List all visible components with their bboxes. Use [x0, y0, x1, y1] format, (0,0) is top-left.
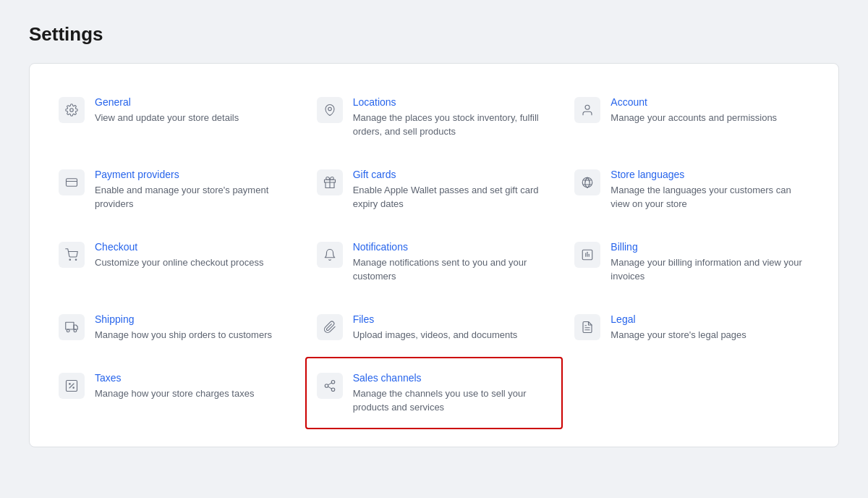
item-desc-locations: Manage the places you stock inventory, f…	[353, 111, 552, 139]
svg-point-11	[75, 259, 77, 261]
item-title-general: General	[95, 96, 239, 109]
item-title-notifications: Notifications	[353, 240, 552, 253]
item-desc-shipping: Manage how you ship orders to customers	[95, 329, 272, 342]
item-desc-sales-channels: Manage the channels you use to sell your…	[353, 387, 552, 415]
svg-point-9	[583, 177, 593, 187]
svg-point-1	[328, 107, 331, 111]
item-content-gift-cards: Gift cards Enable Apple Wallet passes an…	[353, 168, 552, 211]
settings-item-billing[interactable]: Billing Manage your billing information …	[563, 226, 821, 298]
svg-point-19	[74, 329, 77, 332]
gear-icon	[59, 97, 85, 123]
svg-point-18	[67, 329, 69, 332]
item-title-store-languages: Store languages	[610, 168, 809, 181]
item-desc-notifications: Manage notifications sent to you and you…	[353, 256, 552, 284]
item-content-files: Files Upload images, videos, and documen…	[353, 313, 518, 342]
svg-point-25	[73, 387, 75, 389]
item-title-checkout: Checkout	[95, 240, 263, 253]
item-title-billing: Billing	[610, 240, 809, 253]
legal-icon	[574, 314, 600, 340]
svg-point-24	[69, 383, 71, 384]
svg-marker-17	[74, 325, 77, 329]
item-desc-store-languages: Manage the languages your customers can …	[610, 184, 809, 211]
gift-icon	[317, 169, 343, 195]
svg-rect-16	[66, 322, 74, 329]
payment-icon	[59, 169, 85, 195]
item-content-account: Account Manage your accounts and permiss…	[610, 96, 777, 125]
item-desc-gift-cards: Enable Apple Wallet passes and set gift …	[353, 184, 552, 211]
item-title-gift-cards: Gift cards	[353, 168, 552, 181]
item-desc-taxes: Manage how your store charges taxes	[95, 387, 254, 401]
item-title-shipping: Shipping	[95, 313, 272, 326]
svg-point-27	[325, 384, 328, 387]
item-content-notifications: Notifications Manage notifications sent …	[353, 240, 552, 284]
item-title-files: Files	[353, 313, 518, 326]
settings-item-account[interactable]: Account Manage your accounts and permiss…	[563, 81, 821, 153]
svg-point-2	[585, 105, 590, 109]
svg-line-29	[328, 387, 331, 389]
settings-item-store-languages[interactable]: Store languages Manage the languages you…	[563, 153, 821, 226]
item-desc-legal: Manage your store's legal pages	[610, 329, 746, 342]
svg-point-26	[331, 380, 335, 384]
settings-grid: General View and update your store detai…	[47, 81, 821, 429]
settings-item-notifications[interactable]: Notifications Manage notifications sent …	[305, 226, 563, 298]
settings-item-shipping[interactable]: Shipping Manage how you ship orders to c…	[47, 298, 305, 357]
settings-item-checkout[interactable]: Checkout Customize your online checkout …	[47, 226, 305, 298]
channels-icon	[317, 373, 343, 399]
settings-card: General View and update your store detai…	[29, 63, 839, 447]
settings-item-sales-channels[interactable]: Sales channels Manage the channels you u…	[305, 357, 563, 429]
item-content-sales-channels: Sales channels Manage the channels you u…	[353, 371, 552, 415]
settings-item-legal[interactable]: Legal Manage your store's legal pages	[563, 298, 821, 357]
svg-point-28	[331, 388, 335, 392]
item-content-store-languages: Store languages Manage the languages you…	[610, 168, 809, 211]
item-content-locations: Locations Manage the places you stock in…	[353, 96, 552, 139]
settings-item-files[interactable]: Files Upload images, videos, and documen…	[305, 298, 563, 357]
item-desc-billing: Manage your billing information and view…	[610, 256, 809, 284]
settings-item-empty	[563, 357, 821, 429]
item-content-general: General View and update your store detai…	[95, 96, 239, 125]
page-title: Settings	[29, 23, 839, 46]
account-icon	[574, 97, 600, 123]
billing-icon	[574, 242, 600, 268]
settings-item-gift-cards[interactable]: Gift cards Enable Apple Wallet passes an…	[305, 153, 563, 226]
location-icon	[317, 97, 343, 123]
item-content-payment-providers: Payment providers Enable and manage your…	[95, 168, 294, 211]
item-desc-checkout: Customize your online checkout process	[95, 256, 263, 270]
files-icon	[317, 314, 343, 340]
language-icon	[574, 169, 600, 195]
item-title-taxes: Taxes	[95, 371, 254, 384]
item-title-account: Account	[610, 96, 777, 109]
shipping-icon	[59, 314, 85, 340]
item-title-legal: Legal	[610, 313, 746, 326]
settings-item-general[interactable]: General View and update your store detai…	[47, 81, 305, 153]
item-content-legal: Legal Manage your store's legal pages	[610, 313, 746, 342]
settings-item-payment-providers[interactable]: Payment providers Enable and manage your…	[47, 153, 305, 226]
settings-item-locations[interactable]: Locations Manage the places you stock in…	[305, 81, 563, 153]
taxes-icon	[59, 373, 85, 399]
item-desc-general: View and update your store details	[95, 111, 239, 125]
item-title-sales-channels: Sales channels	[353, 371, 552, 384]
item-desc-payment-providers: Enable and manage your store's payment p…	[95, 184, 294, 211]
item-title-locations: Locations	[353, 96, 552, 109]
checkout-icon	[59, 242, 85, 268]
item-title-payment-providers: Payment providers	[95, 168, 294, 181]
svg-line-30	[328, 383, 331, 385]
item-content-shipping: Shipping Manage how you ship orders to c…	[95, 313, 272, 342]
item-content-checkout: Checkout Customize your online checkout …	[95, 240, 263, 270]
svg-rect-3	[67, 179, 77, 187]
item-content-taxes: Taxes Manage how your store charges taxe…	[95, 371, 254, 401]
svg-point-0	[70, 109, 74, 112]
item-desc-account: Manage your accounts and permissions	[610, 111, 777, 125]
item-content-billing: Billing Manage your billing information …	[610, 240, 809, 284]
settings-item-taxes[interactable]: Taxes Manage how your store charges taxe…	[47, 357, 305, 429]
item-desc-files: Upload images, videos, and documents	[353, 329, 518, 342]
svg-point-10	[69, 259, 71, 261]
bell-icon	[317, 242, 343, 268]
